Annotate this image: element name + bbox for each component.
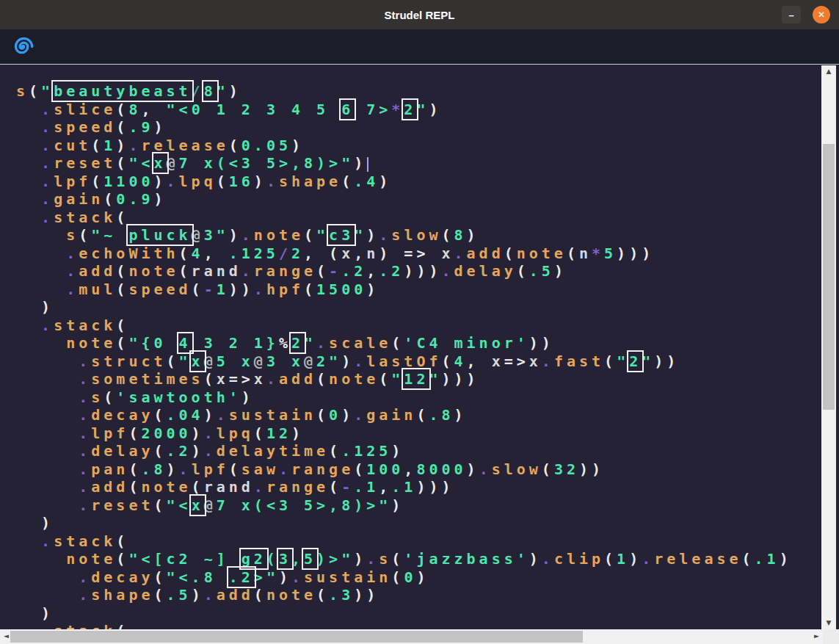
code-token: ) (167, 460, 179, 478)
code-token: " (429, 370, 441, 388)
code-token: " (304, 334, 316, 352)
code-token: ( (204, 370, 217, 388)
code-token: ( (116, 101, 128, 118)
code-token: delay (454, 262, 517, 280)
code-token (16, 460, 79, 478)
editor[interactable]: s("beautybeast/8") .slice(8, "<0 1 2 3 4… (0, 65, 839, 644)
code-token: ))) (404, 262, 441, 280)
code-token (16, 316, 41, 334)
code-token: note (266, 586, 316, 604)
code-token: release (654, 550, 741, 568)
code-token: , (204, 245, 229, 262)
code-token: 1500 (316, 281, 366, 298)
vertical-scrollbar-thumb[interactable] (823, 144, 835, 410)
code-token (16, 173, 41, 190)
code-token: ( (116, 281, 128, 298)
horizontal-scrollbar-thumb[interactable] (10, 631, 583, 643)
code-token: gain (366, 406, 416, 424)
code-token: 2" (316, 352, 341, 370)
code-token: 12 (266, 424, 291, 442)
code-token: x (217, 370, 229, 388)
code-token: x (529, 352, 542, 370)
code-token: ( (316, 406, 329, 424)
highlighted-token: 4 (179, 334, 192, 352)
scroll-up-icon[interactable]: ▲ (821, 68, 836, 75)
code-token: add (279, 370, 316, 388)
code-token: 8000 (416, 460, 466, 478)
code-token: stack (54, 209, 116, 226)
code-token: ( (192, 281, 204, 298)
code-token: fast (554, 352, 604, 370)
code-token: . (66, 245, 79, 262)
code-area[interactable]: s("beautybeast/8") .slice(8, "<0 1 2 3 4… (0, 65, 820, 644)
code-token: ) (16, 604, 54, 622)
code-token: 7 x(<3 5>,8)>" (179, 154, 355, 172)
code-token: ( (316, 370, 329, 388)
code-token: "<[c2 ~] (128, 550, 241, 568)
code-token: ( (153, 496, 166, 514)
code-token: => (504, 352, 529, 370)
code-line: .gain(0.9) (16, 190, 820, 209)
code-token: ) (366, 226, 379, 244)
code-token (16, 568, 79, 586)
code-token: n (366, 245, 379, 262)
scroll-down-icon[interactable]: ▼ (821, 620, 836, 626)
code-token: ( (128, 460, 141, 478)
code-token: @ (204, 496, 217, 514)
code-token: ) (154, 118, 167, 136)
minimize-button[interactable]: – (782, 6, 801, 23)
code-token: ( (504, 245, 517, 262)
code-token: " (354, 226, 366, 244)
code-token: .9 (128, 118, 153, 136)
code-token: mul (79, 281, 116, 298)
code-token (16, 406, 79, 424)
code-line: .stack( (16, 209, 820, 227)
code-token: . (179, 460, 192, 478)
code-token: . (241, 226, 254, 244)
code-line: .reset("<x@7 x(<3 5>,8)>") (16, 496, 820, 515)
code-token: ( (391, 550, 404, 568)
code-token: "<.8 (167, 568, 229, 586)
code-token: ) (391, 496, 404, 514)
code-token: 0 (329, 406, 341, 424)
code-token: / (279, 245, 291, 262)
code-token: ( (329, 478, 341, 496)
code-token: => (229, 370, 254, 388)
code-token: ) (116, 137, 128, 154)
strudel-spiral-icon[interactable] (14, 37, 34, 57)
code-token: ( (442, 226, 454, 244)
code-token: ( (153, 442, 166, 460)
code-token: range (266, 478, 329, 496)
code-token: ( (217, 173, 229, 190)
code-token: ) (229, 82, 241, 100)
code-token: )) (354, 586, 379, 604)
code-line: .mul(speed(-1)).hpf(1500) (16, 281, 820, 299)
scroll-right-icon[interactable]: ► (814, 633, 819, 640)
code-token: . (217, 406, 229, 424)
code-token: ( (604, 550, 617, 568)
code-token: . (542, 550, 554, 568)
code-token: . (79, 460, 91, 478)
scrollbar-corner (823, 629, 839, 644)
close-button[interactable]: ✕ (813, 6, 830, 23)
code-token: 'jazzbass' (404, 550, 529, 568)
code-token: slow (492, 460, 542, 478)
code-token: " (179, 352, 192, 370)
code-token: @ (204, 352, 217, 370)
code-token: 3 x (266, 352, 304, 370)
code-line: .stack( (16, 316, 820, 335)
horizontal-scrollbar[interactable]: ◄ ► (0, 629, 823, 644)
code-token: . (279, 460, 291, 478)
vertical-scrollbar[interactable]: ▲ ▼ (821, 65, 836, 629)
code-token: . (479, 460, 492, 478)
code-token: 3 2 1} (192, 334, 279, 352)
code-token: " (391, 370, 404, 388)
code-token: ) (391, 442, 404, 460)
scroll-left-icon[interactable]: ◄ (4, 633, 9, 640)
code-token: * (592, 245, 604, 262)
code-token: speed (54, 118, 116, 136)
titlebar[interactable]: Strudel REPL – ✕ (0, 0, 839, 29)
code-token: ) (629, 550, 642, 568)
code-token: , (291, 550, 304, 568)
code-token (16, 352, 79, 370)
